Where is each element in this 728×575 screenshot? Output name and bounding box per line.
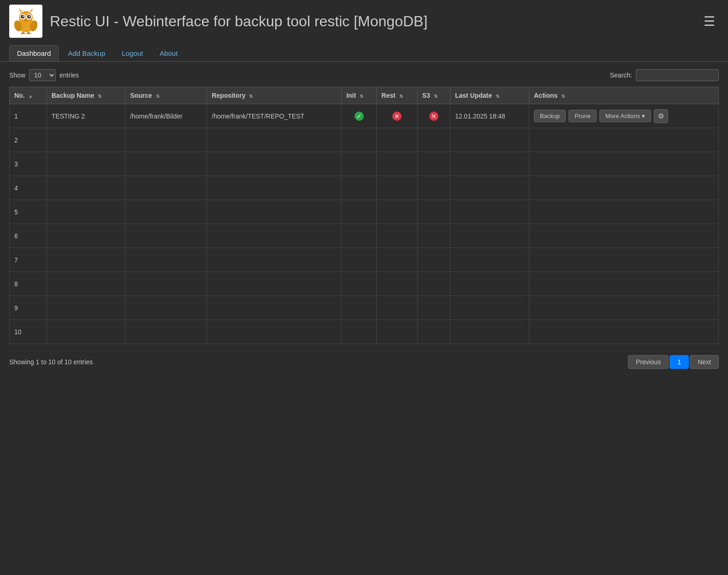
table-row: 2 <box>10 128 719 152</box>
header-left: Restic UI - Webinterface for backup tool… <box>9 5 427 38</box>
gear-settings-button[interactable]: ⚙ <box>654 109 668 123</box>
cell-init <box>342 200 377 224</box>
cell-last-update: 12.01.2025 18:48 <box>450 104 529 128</box>
previous-button[interactable]: Previous <box>628 355 669 369</box>
dropdown-arrow-icon: ▾ <box>642 113 645 119</box>
hamburger-menu-icon[interactable]: ☰ <box>700 10 719 33</box>
cell-init <box>342 176 377 200</box>
header: Restic UI - Webinterface for backup tool… <box>0 0 728 42</box>
cell-s3 <box>417 200 450 224</box>
cell-backup-name: TESTING 2 <box>47 104 125 128</box>
cell-no: 8 <box>10 272 47 296</box>
cell-actions <box>529 224 718 248</box>
main-content: Show 10 25 50 100 entries Search: No. ▲ … <box>0 62 728 384</box>
cell-rest: ✕ <box>377 104 417 128</box>
svg-point-8 <box>29 16 30 17</box>
cell-source <box>125 152 207 176</box>
cell-last-update <box>450 152 529 176</box>
cell-source <box>125 296 207 320</box>
cell-no: 4 <box>10 176 47 200</box>
cell-backup-name <box>47 128 125 152</box>
sort-icon-source: ⇅ <box>156 94 160 99</box>
cell-backup-name <box>47 176 125 200</box>
backup-button[interactable]: Backup <box>534 110 566 122</box>
cell-source: /home/frank/Bilder <box>125 104 207 128</box>
cell-s3: ✕ <box>417 104 450 128</box>
nav-item-add-backup[interactable]: Add Backup <box>60 46 112 61</box>
cell-repository <box>207 176 342 200</box>
cell-rest <box>377 200 417 224</box>
col-init[interactable]: Init ⇅ <box>342 87 377 104</box>
action-buttons-group: BackupPruneMore Actions ▾⚙ <box>534 109 714 123</box>
cell-source <box>125 248 207 272</box>
cell-s3 <box>417 272 450 296</box>
nav-item-logout[interactable]: Logout <box>114 46 150 61</box>
cell-actions <box>529 296 718 320</box>
table-row: 4 <box>10 176 719 200</box>
cell-init <box>342 224 377 248</box>
cell-repository <box>207 248 342 272</box>
col-repository[interactable]: Repository ⇅ <box>207 87 342 104</box>
search-input[interactable] <box>636 69 719 81</box>
col-no[interactable]: No. ▲ <box>10 87 47 104</box>
cell-s3 <box>417 296 450 320</box>
entries-per-page-select[interactable]: 10 25 50 100 <box>29 69 56 81</box>
show-label: Show <box>9 71 25 79</box>
table-row: 1TESTING 2/home/frank/Bilder/home/frank/… <box>10 104 719 128</box>
cell-last-update <box>450 224 529 248</box>
col-backup-name[interactable]: Backup Name ⇅ <box>47 87 125 104</box>
col-rest[interactable]: Rest ⇅ <box>377 87 417 104</box>
cell-repository <box>207 224 342 248</box>
cell-rest <box>377 296 417 320</box>
cell-repository <box>207 296 342 320</box>
cell-s3 <box>417 152 450 176</box>
entries-label: entries <box>59 71 79 79</box>
sort-icon-backup-name: ⇅ <box>98 94 101 99</box>
cell-backup-name <box>47 320 125 344</box>
cell-repository <box>207 128 342 152</box>
table-row: 7 <box>10 248 719 272</box>
cell-actions <box>529 248 718 272</box>
search-label: Search: <box>610 71 632 79</box>
more-actions-button[interactable]: More Actions ▾ <box>599 110 651 122</box>
nav-item-dashboard[interactable]: Dashboard <box>9 45 59 61</box>
table-row: 5 <box>10 200 719 224</box>
col-actions[interactable]: Actions ⇅ <box>529 87 718 104</box>
cell-last-update <box>450 128 529 152</box>
cell-last-update <box>450 320 529 344</box>
next-button[interactable]: Next <box>690 355 719 369</box>
cell-rest <box>377 320 417 344</box>
table-row: 3 <box>10 152 719 176</box>
table-controls: Show 10 25 50 100 entries Search: <box>9 69 719 81</box>
table-row: 8 <box>10 272 719 296</box>
table-header-row: No. ▲ Backup Name ⇅ Source ⇅ Repository … <box>10 87 719 104</box>
cell-last-update <box>450 296 529 320</box>
cell-actions <box>529 320 718 344</box>
cell-init <box>342 296 377 320</box>
cell-backup-name <box>47 224 125 248</box>
cell-backup-name <box>47 296 125 320</box>
nav-item-about[interactable]: About <box>152 46 185 61</box>
show-entries-control: Show 10 25 50 100 entries <box>9 69 79 81</box>
prune-button[interactable]: Prune <box>568 110 597 122</box>
cell-s3 <box>417 128 450 152</box>
backup-table: No. ▲ Backup Name ⇅ Source ⇅ Repository … <box>9 87 719 344</box>
col-source[interactable]: Source ⇅ <box>125 87 207 104</box>
cell-backup-name <box>47 200 125 224</box>
cell-no: 10 <box>10 320 47 344</box>
cell-init <box>342 272 377 296</box>
cell-last-update <box>450 272 529 296</box>
svg-point-7 <box>23 16 24 17</box>
cell-repository <box>207 320 342 344</box>
cell-repository <box>207 152 342 176</box>
page-1-button[interactable]: 1 <box>669 355 689 369</box>
cell-no: 5 <box>10 200 47 224</box>
cell-actions: BackupPruneMore Actions ▾⚙ <box>529 104 718 128</box>
cell-s3 <box>417 224 450 248</box>
col-last-update[interactable]: Last Update ⇅ <box>450 87 529 104</box>
col-s3[interactable]: S3 ⇅ <box>417 87 450 104</box>
cell-rest <box>377 248 417 272</box>
pagination-area: Showing 1 to 10 of 10 entries Previous 1… <box>9 348 719 376</box>
cell-init <box>342 320 377 344</box>
cell-repository <box>207 200 342 224</box>
